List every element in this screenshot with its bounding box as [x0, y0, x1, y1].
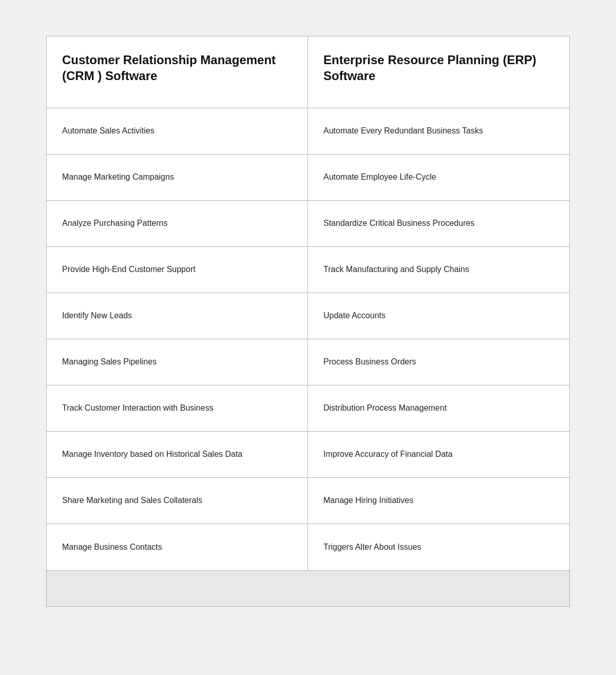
crm-header-cell: Customer Relationship Management (CRM ) …: [47, 36, 308, 108]
table-row: Track Customer Interaction with Business: [47, 385, 308, 432]
table-grid: Customer Relationship Management (CRM ) …: [47, 36, 569, 570]
table-row: Share Marketing and Sales Collaterals: [47, 478, 308, 524]
table-row: Analyze Purchasing Patterns: [47, 201, 308, 247]
table-row: Automate Employee Life-Cycle: [308, 155, 569, 201]
table-row: Identify New Leads: [47, 293, 308, 339]
table-row: Update Accounts: [308, 293, 569, 339]
table-row: Automate Every Redundant Business Tasks: [308, 108, 569, 155]
table-row: Manage Inventory based on Historical Sal…: [47, 432, 308, 478]
table-row: Manage Marketing Campaigns: [47, 155, 308, 201]
table-row: Process Business Orders: [308, 339, 569, 385]
erp-header-cell: Enterprise Resource Planning (ERP) Softw…: [308, 36, 569, 108]
table-row: Standardize Critical Business Procedures: [308, 201, 569, 247]
table-row: Provide High-End Customer Support: [47, 247, 308, 293]
table-footer: [47, 570, 569, 606]
erp-header-title: Enterprise Resource Planning (ERP) Softw…: [323, 52, 554, 84]
comparison-table: Customer Relationship Management (CRM ) …: [46, 36, 570, 607]
crm-header-title: Customer Relationship Management (CRM ) …: [62, 52, 292, 84]
table-row: Managing Sales Pipelines: [47, 339, 308, 385]
table-row: Triggers Alter About Issues: [308, 524, 569, 570]
table-row: Manage Business Contacts: [47, 524, 308, 570]
table-row: Distribution Process Management: [308, 385, 569, 432]
table-row: Automate Sales Activities: [47, 108, 308, 155]
table-row: Manage Hiring Initiatives: [308, 478, 569, 524]
table-row: Improve Accuracy of Financial Data: [308, 432, 569, 478]
table-row: Track Manufacturing and Supply Chains: [308, 247, 569, 293]
